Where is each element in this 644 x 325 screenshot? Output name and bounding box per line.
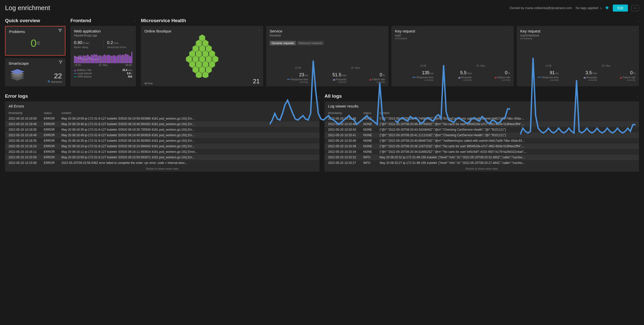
apdex-unit: (Fair) [83, 42, 89, 45]
xaxis-tick: 20. May [99, 64, 108, 66]
owner-label: Owned by maria.rolbiecka@dynatrace.com [509, 6, 572, 10]
problems-total-count: /2 [36, 41, 40, 46]
svg-marker-13 [209, 50, 215, 57]
boutique-count: 21 [253, 78, 260, 85]
tags-link[interactable]: No tags applied [576, 6, 601, 10]
key-request-checkout-tile[interactable]: ⌄ Key request /cart/checkout On frontend… [517, 26, 639, 86]
tile-expand-icon[interactable]: ⌄ [509, 28, 511, 31]
jserrors-value: 0.2 [107, 40, 113, 45]
svg-marker-22 [209, 61, 215, 68]
svg-marker-15 [192, 56, 198, 63]
col-timestamp[interactable]: timestamp [9, 111, 41, 115]
svg-marker-7 [192, 45, 198, 52]
xaxis-tick: 08:00 [126, 64, 132, 66]
svg-marker-8 [199, 45, 205, 52]
honeycomb-icon [144, 34, 260, 78]
error-logs-title: Error logs [5, 93, 28, 99]
log-row[interactable]: 2022-05-20 10:15:59ERRORMay 20 08:15:59 … [5, 155, 319, 160]
chevron-right-icon [599, 7, 601, 9]
boutique-title: Online Boutique [144, 29, 260, 33]
key1-note: On frontend [395, 37, 510, 40]
section-expand-icon[interactable]: ⌄ [637, 95, 639, 98]
frontend-title: Frontend [70, 18, 91, 23]
service-tile[interactable]: ⌄ Service frontend Dynamic requests Reso… [266, 26, 388, 86]
filter-icon[interactable] [59, 61, 62, 64]
boutique-status: All fine [144, 82, 153, 85]
filter-icon[interactable] [58, 29, 62, 33]
log-row[interactable]: 2022-05-20 10:15:58ERROR2022-05-20T08:15… [5, 160, 319, 166]
tile-expand-icon[interactable]: ⌄ [131, 28, 133, 31]
webapp-subtitle: HipsterShopLogs [74, 34, 132, 37]
problems-title: Problems [9, 29, 61, 34]
quick-overview-title: Quick overview [5, 18, 40, 23]
col-status[interactable]: status [44, 111, 59, 115]
apdex-label: Apdex rating [74, 46, 99, 49]
key1-chart [395, 42, 510, 63]
page-title: Log enrichment [5, 4, 50, 12]
service-chart [270, 47, 385, 65]
star-icon[interactable] [605, 5, 609, 11]
log-row[interactable]: 2022-05-20 10:16:11ERRORMay 20 08:16:11 … [5, 149, 319, 155]
key1-subtitle: /cart [395, 34, 510, 37]
web-application-tile[interactable]: ⌄ Web application HipsterShopLogs 0.80(F… [70, 26, 136, 86]
section-expand-icon[interactable]: ⌄ [63, 19, 65, 22]
xaxis-tick: 16:00 [74, 64, 81, 66]
legend-row: Actions / min25.6 /min [74, 68, 132, 72]
log-row[interactable]: 2022-05-20 10:20:34NONE{"@t":"2022-05-20… [325, 149, 639, 155]
gear-icon [48, 80, 50, 83]
svg-marker-10 [189, 50, 195, 57]
jserrors-label: JavaScript errors [107, 46, 133, 49]
service-title: Service [270, 29, 385, 33]
microservice-health-title: Microservice Health [141, 18, 186, 23]
smartscape-title: Smartscape [9, 61, 62, 65]
svg-marker-20 [196, 61, 202, 68]
section-expand-icon[interactable]: ⌄ [637, 19, 639, 22]
svg-marker-24 [199, 66, 205, 73]
smartscape-count: 22 [48, 72, 62, 80]
svg-marker-21 [202, 61, 208, 68]
webapp-chart [74, 51, 132, 63]
svg-marker-16 [199, 56, 205, 63]
section-expand-icon[interactable]: ⌄ [134, 19, 136, 22]
svg-marker-5 [196, 40, 202, 47]
problems-open-count: 0 [31, 37, 36, 49]
key2-title: Key request [520, 29, 635, 33]
svg-marker-11 [196, 50, 202, 57]
key2-chart [520, 42, 635, 63]
smartscape-label: Services [51, 80, 62, 83]
error-logs-footer: Resize to show more rows [5, 166, 319, 170]
all-logs-footer: Resize to show more rows [325, 166, 639, 170]
tile-expand-icon[interactable]: ⌄ [258, 28, 260, 31]
more-menu-button[interactable]: ⋯ [631, 5, 639, 11]
key2-subtitle: /cart/checkout [520, 34, 635, 37]
svg-marker-9 [206, 45, 212, 52]
layers-icon [9, 67, 26, 83]
svg-marker-25 [206, 66, 212, 73]
problems-tile[interactable]: Problems 0 /2 [5, 26, 65, 56]
legend-row: Load actions0.8 s [74, 72, 132, 75]
tab-resource-requests[interactable]: Resource requests [297, 41, 324, 45]
legend-row: XHR actionsN/A [74, 75, 132, 78]
jserrors-unit: /min [113, 42, 119, 45]
webapp-title: Web application [74, 29, 132, 33]
tab-dynamic-requests[interactable]: Dynamic requests [270, 41, 296, 45]
svg-marker-6 [202, 40, 208, 47]
log-row[interactable]: 2022-05-20 10:20:32INFOMay 20 08:20:32 i… [325, 155, 639, 160]
svg-marker-4 [199, 34, 205, 42]
smartscape-tile[interactable]: Smartscape 22 [5, 58, 65, 86]
key2-note: On frontend [520, 37, 635, 40]
tile-expand-icon[interactable]: ⌄ [383, 28, 385, 31]
svg-marker-14 [186, 56, 192, 63]
tile-expand-icon[interactable]: ⌄ [634, 28, 636, 31]
service-subtitle: frontend [270, 34, 385, 37]
svg-marker-23 [192, 66, 198, 73]
key1-title: Key request [395, 29, 510, 33]
online-boutique-tile[interactable]: ⌄ Online Boutique All fine 21 [141, 26, 263, 86]
svg-marker-17 [206, 56, 212, 63]
apdex-value: 0.80 [74, 40, 82, 45]
svg-marker-12 [202, 50, 208, 57]
log-row[interactable]: 2022-05-20 10:20:27INFOMay 20 08:20:27 i… [325, 160, 639, 166]
edit-button[interactable]: Edit [613, 5, 628, 12]
key-request-cart-tile[interactable]: ⌄ Key request /cart On frontend 12:00 20… [391, 26, 514, 86]
svg-marker-18 [212, 56, 218, 63]
